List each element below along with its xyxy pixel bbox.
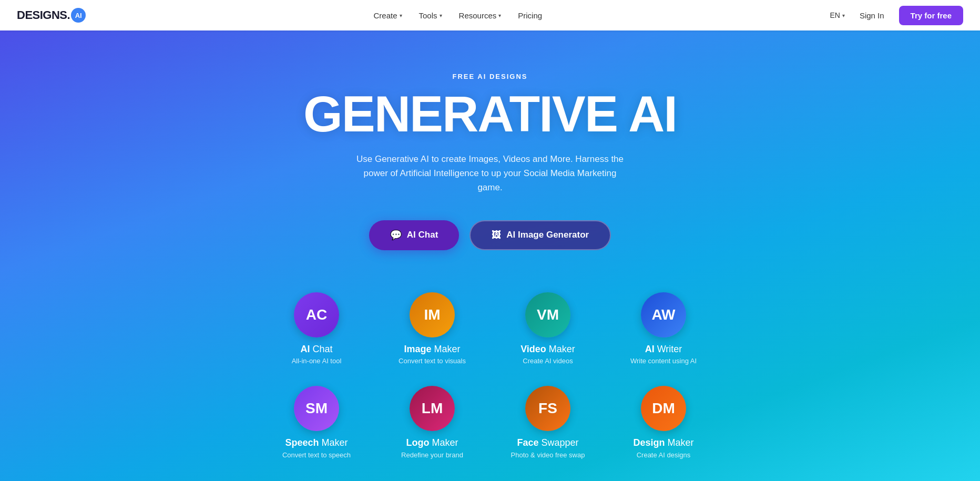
hero-title: GENERATIVE AI <box>303 89 677 139</box>
tool-desc: Photo & video free swap <box>511 451 585 459</box>
tool-name: Image Maker <box>404 344 460 355</box>
nav-links: Create ▾ Tools ▾ Resources ▾ Pricing <box>373 11 542 20</box>
tool-item-im[interactable]: IM Image Maker Convert text to visuals <box>385 292 479 365</box>
chevron-down-icon: ▾ <box>440 13 442 18</box>
tool-desc: Create AI designs <box>637 451 691 459</box>
tool-icon-vm: VM <box>525 292 570 337</box>
tool-item-lm[interactable]: LM Logo Maker Redefine your brand <box>385 386 479 459</box>
nav-pricing[interactable]: Pricing <box>518 11 542 20</box>
logo-icon: AI <box>71 8 86 23</box>
tool-item-aw[interactable]: AW AI Writer Write content using AI <box>616 292 711 365</box>
language-selector[interactable]: EN ▾ <box>830 11 844 19</box>
ai-image-generator-button[interactable]: 🖼 AI Image Generator <box>469 220 611 250</box>
tool-name: Video Maker <box>520 344 575 355</box>
tool-name: Speech Maker <box>285 437 348 449</box>
logo-text: DESIGNS. <box>17 8 70 22</box>
navbar: DESIGNS. AI Create ▾ Tools ▾ Resources ▾… <box>0 0 980 30</box>
hero-description: Use Generative AI to create Images, Vide… <box>353 152 627 195</box>
hero-badge: FREE AI DESIGNS <box>453 73 528 80</box>
chevron-down-icon: ▾ <box>400 13 402 18</box>
tools-grid: AC AI Chat All-in-one AI tool IM Image M… <box>248 292 732 459</box>
tool-desc: Redefine your brand <box>401 451 463 459</box>
tool-name: AI Chat <box>300 344 332 355</box>
tool-item-fs[interactable]: FS Face Swapper Photo & video free swap <box>501 386 595 459</box>
tool-name: Logo Maker <box>406 437 458 449</box>
tool-icon-ac: AC <box>294 292 339 337</box>
nav-create[interactable]: Create ▾ <box>373 11 402 20</box>
tool-desc: Write content using AI <box>630 357 697 365</box>
try-free-button[interactable]: Try for free <box>899 6 963 25</box>
tool-item-vm[interactable]: VM Video Maker Create AI videos <box>501 292 595 365</box>
tool-icon-sm: SM <box>294 386 339 431</box>
nav-tools[interactable]: Tools ▾ <box>419 11 442 20</box>
chevron-down-icon: ▾ <box>498 13 501 18</box>
hero-content: FREE AI DESIGNS GENERATIVE AI Use Genera… <box>248 73 732 459</box>
logo[interactable]: DESIGNS. AI <box>17 8 86 23</box>
nav-right: EN ▾ Sign In Try for free <box>830 6 963 25</box>
tool-desc: Create AI videos <box>523 357 573 365</box>
signin-button[interactable]: Sign In <box>853 7 891 24</box>
tool-icon-aw: AW <box>641 292 686 337</box>
nav-resources[interactable]: Resources ▾ <box>459 11 502 20</box>
hero-buttons: 💬 AI Chat 🖼 AI Image Generator <box>369 220 611 250</box>
tool-icon-fs: FS <box>525 386 570 431</box>
chevron-down-icon: ▾ <box>842 13 845 18</box>
image-icon: 🖼 <box>492 230 501 241</box>
tool-icon-lm: LM <box>410 386 455 431</box>
tool-item-ac[interactable]: AC AI Chat All-in-one AI tool <box>269 292 364 365</box>
tool-icon-dm: DM <box>641 386 686 431</box>
tool-name: Design Maker <box>633 437 693 449</box>
tool-desc: Convert text to visuals <box>399 357 466 365</box>
tool-desc: Convert text to speech <box>282 451 351 459</box>
tool-name: Face Swapper <box>517 437 578 449</box>
tool-desc: All-in-one AI tool <box>292 357 342 365</box>
tool-icon-im: IM <box>410 292 455 337</box>
ai-chat-button[interactable]: 💬 AI Chat <box>369 220 460 250</box>
tool-item-dm[interactable]: DM Design Maker Create AI designs <box>616 386 711 459</box>
tool-name: AI Writer <box>645 344 682 355</box>
chat-icon: 💬 <box>390 229 402 241</box>
hero-section: FREE AI DESIGNS GENERATIVE AI Use Genera… <box>0 30 980 481</box>
tool-item-sm[interactable]: SM Speech Maker Convert text to speech <box>269 386 364 459</box>
